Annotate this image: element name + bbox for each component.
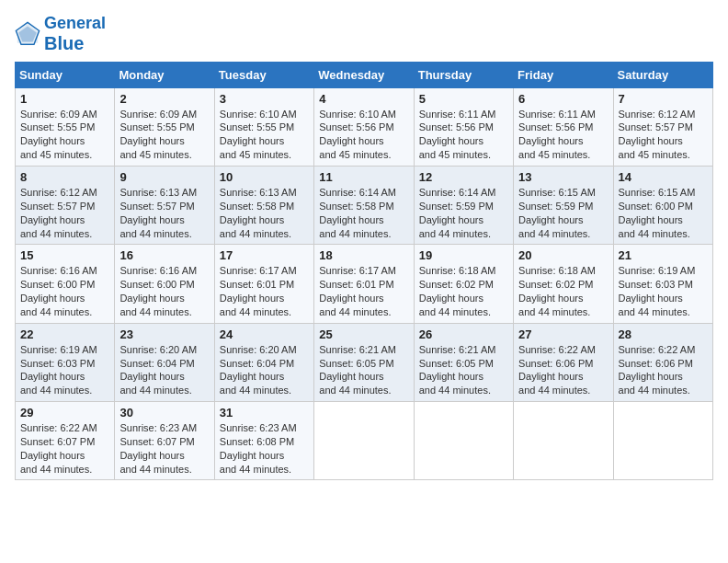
day-number: 30	[119, 406, 209, 419]
calendar-cell: 1 Sunrise: 6:09 AM Sunset: 5:55 PM Dayli…	[16, 87, 115, 166]
calendar-week-row: 8 Sunrise: 6:12 AM Sunset: 5:57 PM Dayli…	[16, 166, 713, 244]
calendar-cell: 21 Sunrise: 6:19 AM Sunset: 6:03 PM Dayl…	[613, 245, 712, 323]
day-info: Sunrise: 6:20 AM Sunset: 6:04 PM Dayligh…	[119, 343, 209, 397]
calendar-cell: 13 Sunrise: 6:15 AM Sunset: 5:59 PM Dayl…	[514, 166, 613, 244]
calendar-cell	[613, 402, 712, 480]
day-info: Sunrise: 6:10 AM Sunset: 5:55 PM Dayligh…	[220, 108, 309, 162]
day-number: 17	[220, 248, 309, 262]
calendar-cell: 11 Sunrise: 6:14 AM Sunset: 5:58 PM Dayl…	[314, 166, 414, 244]
day-number: 13	[518, 170, 608, 184]
calendar-cell: 9 Sunrise: 6:13 AM Sunset: 5:57 PM Dayli…	[115, 166, 214, 244]
day-info: Sunrise: 6:17 AM Sunset: 6:01 PM Dayligh…	[220, 264, 309, 318]
calendar-cell: 19 Sunrise: 6:18 AM Sunset: 6:02 PM Dayl…	[414, 245, 513, 323]
day-number: 15	[20, 248, 109, 262]
calendar-cell: 8 Sunrise: 6:12 AM Sunset: 5:57 PM Dayli…	[16, 166, 115, 244]
day-number: 26	[419, 327, 508, 341]
day-info: Sunrise: 6:18 AM Sunset: 6:02 PM Dayligh…	[419, 264, 508, 318]
calendar-cell: 18 Sunrise: 6:17 AM Sunset: 6:01 PM Dayl…	[314, 245, 414, 323]
day-number: 18	[319, 248, 408, 262]
day-info: Sunrise: 6:13 AM Sunset: 5:57 PM Dayligh…	[119, 186, 209, 240]
calendar-cell: 30 Sunrise: 6:23 AM Sunset: 6:07 PM Dayl…	[115, 402, 214, 480]
day-info: Sunrise: 6:14 AM Sunset: 5:59 PM Dayligh…	[419, 186, 508, 240]
day-info: Sunrise: 6:13 AM Sunset: 5:58 PM Dayligh…	[220, 186, 309, 240]
day-info: Sunrise: 6:18 AM Sunset: 6:02 PM Dayligh…	[518, 264, 608, 318]
logo-general: General	[44, 14, 106, 32]
day-number: 9	[119, 170, 209, 184]
day-number: 6	[518, 92, 608, 106]
calendar-cell: 7 Sunrise: 6:12 AM Sunset: 5:57 PM Dayli…	[613, 87, 712, 166]
day-number: 23	[119, 327, 209, 341]
calendar-cell: 27 Sunrise: 6:22 AM Sunset: 6:06 PM Dayl…	[514, 323, 613, 401]
calendar-cell: 14 Sunrise: 6:15 AM Sunset: 6:00 PM Dayl…	[613, 166, 712, 244]
day-number: 21	[619, 248, 708, 262]
calendar-header-row: SundayMondayTuesdayWednesdayThursdayFrid…	[16, 62, 713, 87]
day-number: 12	[419, 170, 508, 184]
calendar-day-header: Wednesday	[314, 62, 414, 87]
calendar-cell: 6 Sunrise: 6:11 AM Sunset: 5:56 PM Dayli…	[514, 87, 613, 166]
day-number: 24	[220, 327, 309, 341]
day-info: Sunrise: 6:14 AM Sunset: 5:58 PM Dayligh…	[319, 186, 408, 240]
calendar-cell: 24 Sunrise: 6:20 AM Sunset: 6:04 PM Dayl…	[214, 323, 313, 401]
logo: General Blue	[15, 15, 106, 54]
calendar-cell: 17 Sunrise: 6:17 AM Sunset: 6:01 PM Dayl…	[214, 245, 313, 323]
calendar-cell	[514, 402, 613, 480]
calendar-week-row: 1 Sunrise: 6:09 AM Sunset: 5:55 PM Dayli…	[16, 87, 713, 166]
day-info: Sunrise: 6:22 AM Sunset: 6:06 PM Dayligh…	[518, 343, 608, 397]
calendar-body: 1 Sunrise: 6:09 AM Sunset: 5:55 PM Dayli…	[16, 87, 713, 480]
day-number: 3	[220, 92, 309, 106]
day-info: Sunrise: 6:23 AM Sunset: 6:08 PM Dayligh…	[220, 421, 309, 476]
calendar-cell: 15 Sunrise: 6:16 AM Sunset: 6:00 PM Dayl…	[16, 245, 115, 323]
day-number: 2	[119, 92, 209, 106]
calendar-cell: 5 Sunrise: 6:11 AM Sunset: 5:56 PM Dayli…	[414, 87, 513, 166]
day-info: Sunrise: 6:11 AM Sunset: 5:56 PM Dayligh…	[419, 108, 508, 162]
calendar-cell: 16 Sunrise: 6:16 AM Sunset: 6:00 PM Dayl…	[115, 245, 214, 323]
calendar-cell: 10 Sunrise: 6:13 AM Sunset: 5:58 PM Dayl…	[214, 166, 313, 244]
day-info: Sunrise: 6:12 AM Sunset: 5:57 PM Dayligh…	[619, 108, 708, 162]
day-number: 8	[20, 170, 109, 184]
day-number: 4	[319, 92, 408, 106]
day-info: Sunrise: 6:16 AM Sunset: 6:00 PM Dayligh…	[20, 264, 109, 318]
day-info: Sunrise: 6:16 AM Sunset: 6:00 PM Dayligh…	[119, 264, 209, 318]
calendar-cell: 2 Sunrise: 6:09 AM Sunset: 5:55 PM Dayli…	[115, 87, 214, 166]
calendar-cell: 29 Sunrise: 6:22 AM Sunset: 6:07 PM Dayl…	[16, 402, 115, 480]
day-number: 31	[220, 406, 309, 419]
logo-text: General Blue	[44, 15, 106, 54]
day-info: Sunrise: 6:23 AM Sunset: 6:07 PM Dayligh…	[119, 421, 209, 476]
calendar-cell	[414, 402, 513, 480]
calendar-cell: 22 Sunrise: 6:19 AM Sunset: 6:03 PM Dayl…	[16, 323, 115, 401]
day-number: 28	[619, 327, 708, 341]
day-number: 20	[518, 248, 608, 262]
day-number: 19	[419, 248, 508, 262]
calendar-week-row: 15 Sunrise: 6:16 AM Sunset: 6:00 PM Dayl…	[16, 245, 713, 323]
calendar-cell: 23 Sunrise: 6:20 AM Sunset: 6:04 PM Dayl…	[115, 323, 214, 401]
calendar-day-header: Sunday	[16, 62, 115, 87]
day-info: Sunrise: 6:19 AM Sunset: 6:03 PM Dayligh…	[619, 264, 708, 318]
day-info: Sunrise: 6:20 AM Sunset: 6:04 PM Dayligh…	[220, 343, 309, 397]
calendar-day-header: Saturday	[613, 62, 712, 87]
day-info: Sunrise: 6:11 AM Sunset: 5:56 PM Dayligh…	[518, 108, 608, 162]
day-info: Sunrise: 6:21 AM Sunset: 6:05 PM Dayligh…	[419, 343, 508, 397]
day-info: Sunrise: 6:09 AM Sunset: 5:55 PM Dayligh…	[119, 108, 209, 162]
day-number: 22	[20, 327, 109, 341]
calendar-cell: 4 Sunrise: 6:10 AM Sunset: 5:56 PM Dayli…	[314, 87, 414, 166]
day-info: Sunrise: 6:15 AM Sunset: 6:00 PM Dayligh…	[619, 186, 708, 240]
day-number: 29	[20, 406, 109, 419]
day-info: Sunrise: 6:22 AM Sunset: 6:06 PM Dayligh…	[619, 343, 708, 397]
day-info: Sunrise: 6:19 AM Sunset: 6:03 PM Dayligh…	[20, 343, 109, 397]
day-info: Sunrise: 6:15 AM Sunset: 5:59 PM Dayligh…	[518, 186, 608, 240]
calendar-week-row: 22 Sunrise: 6:19 AM Sunset: 6:03 PM Dayl…	[16, 323, 713, 401]
calendar-week-row: 29 Sunrise: 6:22 AM Sunset: 6:07 PM Dayl…	[16, 402, 713, 480]
day-info: Sunrise: 6:21 AM Sunset: 6:05 PM Dayligh…	[319, 343, 408, 397]
calendar-cell: 25 Sunrise: 6:21 AM Sunset: 6:05 PM Dayl…	[314, 323, 414, 401]
day-number: 7	[619, 92, 708, 106]
calendar-cell: 3 Sunrise: 6:10 AM Sunset: 5:55 PM Dayli…	[214, 87, 313, 166]
day-number: 11	[319, 170, 408, 184]
calendar-day-header: Thursday	[414, 62, 513, 87]
day-info: Sunrise: 6:17 AM Sunset: 6:01 PM Dayligh…	[319, 264, 408, 318]
calendar-cell: 12 Sunrise: 6:14 AM Sunset: 5:59 PM Dayl…	[414, 166, 513, 244]
day-info: Sunrise: 6:22 AM Sunset: 6:07 PM Dayligh…	[20, 421, 109, 476]
day-number: 10	[220, 170, 309, 184]
calendar-cell: 31 Sunrise: 6:23 AM Sunset: 6:08 PM Dayl…	[214, 402, 313, 480]
day-info: Sunrise: 6:10 AM Sunset: 5:56 PM Dayligh…	[319, 108, 408, 162]
calendar-cell	[314, 402, 414, 480]
